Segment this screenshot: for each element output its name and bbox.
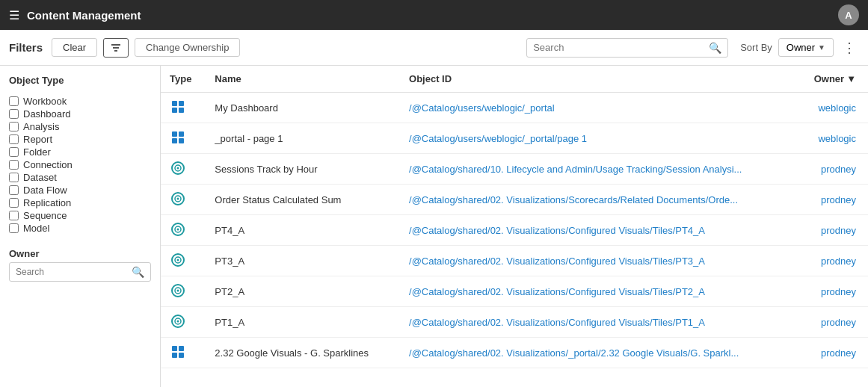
checkbox-item-dataset[interactable]: Dataset [9,171,151,184]
checkbox-connection[interactable] [9,160,19,170]
table-row[interactable]: My Dashboard/@Catalog/users/weblogic/_po… [161,93,868,123]
more-options-button[interactable]: ⋮ [840,40,859,56]
cell-name: PT4_A [206,215,400,246]
cell-object-id: /@Catalog/shared/02. Visualizations/Conf… [400,307,797,338]
dashboard-icon [170,129,186,146]
checkbox-dataset[interactable] [9,173,19,182]
cell-object-id: /@Catalog/shared/02. Visualizations/Conf… [400,276,797,307]
checkbox-item-data-flow[interactable]: Data Flow [9,184,151,196]
cell-type [161,123,206,154]
app-title: Content Management [27,9,831,22]
cell-name: My Dashboard [206,93,400,123]
checkbox-report[interactable] [9,134,19,144]
clear-button[interactable]: Clear [52,38,97,57]
cell-object-id: /@Catalog/shared/02. Visualizations/Conf… [400,215,797,246]
cell-object-id: /@Catalog/users/weblogic/_portal [400,93,797,123]
svg-rect-9 [172,138,177,143]
checkbox-analysis[interactable] [9,122,19,131]
cell-owner[interactable]: prodney [797,215,868,246]
table-row[interactable]: 2.32 Google Visuals - G. Sparklines/@Cat… [161,338,868,368]
hamburger-icon[interactable]: ☰ [9,8,19,22]
chevron-down-icon: ▼ [818,43,825,52]
top-bar: ☰ Content Management A [0,0,868,30]
table-row[interactable]: PT4_A/@Catalog/shared/02. Visualizations… [161,215,868,246]
cell-object-id: /@Catalog/users/weblogic/_portal/page 1 [400,123,797,154]
cell-name: Order Status Calculated Sum [206,185,400,215]
svg-rect-0 [111,44,120,46]
svg-point-16 [177,198,179,200]
checkbox-item-folder[interactable]: Folder [9,146,151,158]
cell-owner[interactable]: weblogic [797,93,868,123]
checkbox-replication[interactable] [9,198,19,208]
svg-point-28 [177,321,179,323]
table-row[interactable]: PT3_A/@Catalog/shared/02. Visualizations… [161,246,868,276]
svg-point-22 [177,259,179,261]
sort-by-value: Owner [787,42,815,53]
cell-owner[interactable]: prodney [797,154,868,185]
cell-name: PT3_A [206,246,400,276]
checkbox-workbook[interactable] [9,96,19,106]
cell-name: PT1_A [206,307,400,338]
checkbox-data-flow[interactable] [9,185,19,195]
table-row[interactable]: PT1_A/@Catalog/shared/02. Visualizations… [161,307,868,338]
svg-rect-30 [179,346,184,351]
cell-owner[interactable]: weblogic [797,123,868,154]
checkbox-item-replication[interactable]: Replication [9,196,151,209]
checkbox-item-analysis[interactable]: Analysis [9,120,151,133]
content-area: Type Name Object ID Owner ▼ My Dashboard… [161,66,868,387]
svg-rect-31 [172,353,177,358]
svg-rect-4 [179,101,184,106]
filter-icon-button[interactable] [103,38,129,58]
cell-object-id: /@Catalog/shared/10. Lifecycle and Admin… [400,154,797,185]
owner-search-box: 🔍 [9,262,151,282]
table-row[interactable]: PT2_A/@Catalog/shared/02. Visualizations… [161,276,868,307]
cell-type [161,338,206,368]
checkbox-item-dashboard[interactable]: Dashboard [9,108,151,120]
owner-sort-icon: ▼ [846,73,856,84]
sort-by-label: Sort By [740,42,772,53]
main-search-box: 🔍 [526,38,728,58]
main-search-input[interactable] [533,42,709,53]
cell-name: 2.32 Google Visuals - G. Sparklines [206,338,400,368]
col-owner[interactable]: Owner ▼ [797,66,868,92]
checkbox-item-model[interactable]: Model [9,222,151,235]
main-area: Object Type WorkbookDashboardAnalysisRep… [0,66,868,387]
cell-type [161,215,206,246]
dashboard-icon [170,99,186,115]
checkbox-item-sequence[interactable]: Sequence [9,209,151,222]
filter-icon [110,42,122,54]
cell-type [161,246,206,276]
cell-type [161,185,206,215]
cell-owner[interactable]: prodney [797,276,868,307]
avatar[interactable]: A [838,4,859,25]
analysis-icon [170,191,186,207]
change-ownership-button[interactable]: Change Ownership [135,38,240,57]
table-row[interactable]: Sessions Track by Hour/@Catalog/shared/1… [161,154,868,185]
cell-object-id: /@Catalog/shared/02. Visualizations/Conf… [400,246,797,276]
cell-object-id: /@Catalog/shared/02. Visualizations/Scor… [400,185,797,215]
owner-section: Owner 🔍 [9,248,151,282]
checkbox-model[interactable] [9,223,19,233]
table-row[interactable]: _portal - page 1/@Catalog/users/weblogic… [161,123,868,154]
cell-owner[interactable]: prodney [797,338,868,368]
sort-by-select[interactable]: Owner ▼ [778,38,834,57]
checkbox-dashboard[interactable] [9,109,19,119]
cell-owner[interactable]: prodney [797,307,868,338]
svg-rect-1 [113,47,119,49]
svg-rect-2 [114,50,117,52]
checkbox-sequence[interactable] [9,211,19,220]
cell-owner[interactable]: prodney [797,185,868,215]
cell-type [161,93,206,123]
table-row[interactable]: Order Status Calculated Sum/@Catalog/sha… [161,185,868,215]
checkbox-item-workbook[interactable]: Workbook [9,95,151,108]
checkbox-item-report[interactable]: Report [9,133,151,146]
svg-rect-3 [172,101,177,106]
checkbox-item-connection[interactable]: Connection [9,158,151,171]
checkbox-folder[interactable] [9,147,19,157]
cell-owner[interactable]: prodney [797,246,868,276]
svg-rect-5 [172,108,177,113]
owner-search-input[interactable] [16,267,132,277]
svg-point-13 [177,167,179,170]
svg-rect-8 [179,131,184,137]
cell-object-id: /@Catalog/shared/02. Visualizations/_por… [400,338,797,368]
